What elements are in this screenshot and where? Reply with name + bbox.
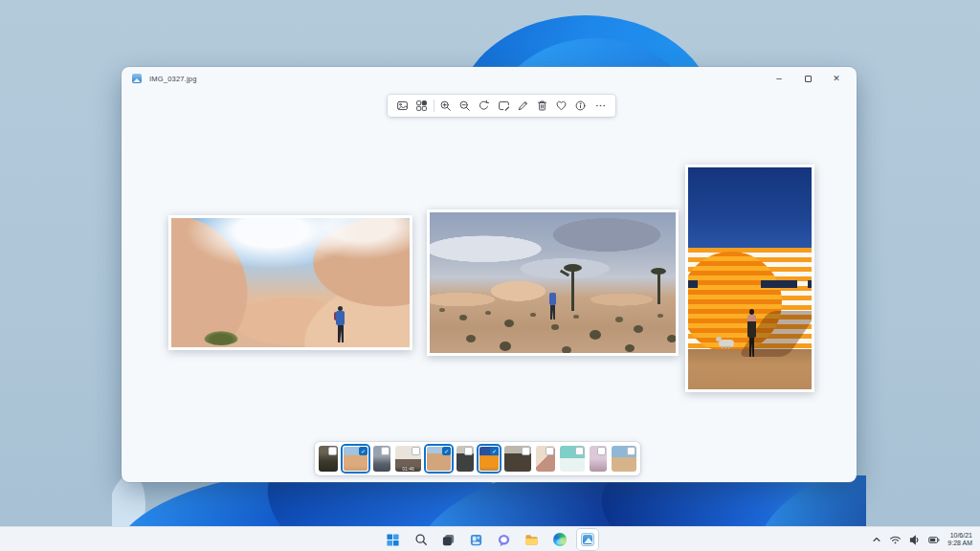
- search-icon: [414, 533, 428, 546]
- edit-image-button[interactable]: [496, 97, 512, 115]
- draw-button[interactable]: [515, 97, 531, 115]
- thumbnail-checkbox[interactable]: [464, 447, 473, 455]
- filmstrip-thumbnail[interactable]: ✓: [343, 446, 368, 472]
- filmstrip-thumbnail[interactable]: [457, 446, 474, 472]
- photos-app-taskbar-button[interactable]: [577, 529, 598, 550]
- desktop: IMG_0327.jpg – ✕: [0, 0, 980, 551]
- tray-date: 10/6/21: [947, 532, 972, 540]
- volume-button[interactable]: [908, 534, 921, 546]
- filmstrip-thumbnail[interactable]: [319, 446, 338, 472]
- filmstrip-thumbnail[interactable]: ✓: [479, 446, 500, 472]
- thumbnail-checkbox[interactable]: [597, 447, 606, 455]
- filmstrip-thumbnail[interactable]: ✓: [426, 446, 452, 472]
- collection-button[interactable]: [413, 97, 430, 115]
- filmstrip-thumbnail[interactable]: [560, 446, 585, 472]
- battery-button[interactable]: [927, 534, 941, 546]
- thumbnail-checkbox[interactable]: ✓: [359, 447, 368, 455]
- start-button[interactable]: [383, 529, 404, 550]
- thumbnail-checkbox[interactable]: [522, 447, 530, 455]
- person-figure: [746, 309, 758, 357]
- filmstrip: ✓ 01:46 ✓ ✓: [315, 442, 640, 475]
- zoom-in-button[interactable]: [437, 97, 454, 115]
- chevron-up-icon: [871, 534, 882, 545]
- thumbnail-checkbox[interactable]: [546, 447, 554, 455]
- photo-desert-rocks-image: [171, 218, 410, 347]
- photo-toolbar: [388, 95, 615, 117]
- chat-icon: [497, 533, 511, 547]
- desert-scrub: [439, 308, 445, 312]
- edge-icon: [553, 533, 567, 546]
- zoom-out-button[interactable]: [457, 97, 473, 115]
- info-icon: [574, 99, 587, 112]
- taskbar-clock[interactable]: 10/6/21 9:28 AM: [947, 532, 972, 548]
- photos-app-window: IMG_0327.jpg – ✕: [122, 67, 857, 482]
- info-button[interactable]: [572, 97, 589, 115]
- photo-orange-wall-image: [688, 167, 812, 389]
- thumbnail-checkbox[interactable]: ✓: [490, 447, 499, 455]
- maximize-button[interactable]: [793, 67, 822, 90]
- shrub: [204, 331, 238, 345]
- photo-desert-rocks[interactable]: [168, 215, 412, 350]
- minimize-button[interactable]: –: [765, 67, 793, 90]
- joshua-tree: [657, 272, 660, 304]
- filmstrip-thumbnail[interactable]: [590, 446, 607, 472]
- taskbar: 10/6/21 9:28 AM: [0, 526, 980, 551]
- wallpaper-bloom-bottom: [112, 475, 866, 526]
- edit-image-icon: [498, 99, 510, 112]
- filmstrip-thumbnail-video[interactable]: 01:46: [395, 446, 421, 472]
- filmstrip-thumbnail[interactable]: [373, 446, 390, 472]
- see-all-photos-icon: [396, 99, 409, 112]
- more-button[interactable]: [592, 97, 609, 115]
- rotate-button[interactable]: [476, 97, 492, 115]
- wall-window: [808, 280, 812, 288]
- edge-button[interactable]: [549, 529, 570, 550]
- see-all-photos-button[interactable]: [394, 97, 411, 115]
- delete-button[interactable]: [534, 97, 550, 115]
- caption-buttons: – ✕: [765, 67, 851, 90]
- tray-chevron-button[interactable]: [871, 534, 882, 545]
- system-tray: 10/6/21 9:28 AM: [871, 527, 972, 551]
- hiker-figure: [333, 306, 347, 344]
- zoom-in-icon: [439, 99, 452, 112]
- window-title: IMG_0327.jpg: [149, 75, 197, 83]
- search-button[interactable]: [411, 529, 432, 550]
- wall-window: [761, 280, 797, 288]
- photo-orange-wall[interactable]: [685, 165, 814, 392]
- widgets-button[interactable]: [466, 529, 487, 550]
- filmstrip-thumbnail[interactable]: [612, 446, 636, 472]
- dog-figure: [719, 340, 734, 347]
- photos-app-icon: [132, 74, 142, 83]
- photos-taskbar-icon: [581, 533, 594, 546]
- wifi-icon: [889, 534, 902, 546]
- thumbnail-checkbox[interactable]: [575, 447, 584, 455]
- filmstrip-thumbnail[interactable]: [536, 446, 555, 472]
- delete-icon: [536, 99, 548, 112]
- thumbnail-checkbox[interactable]: [627, 447, 635, 455]
- titlebar[interactable]: IMG_0327.jpg – ✕: [122, 67, 857, 90]
- file-explorer-icon: [524, 533, 539, 547]
- video-duration-badge: 01:46: [395, 466, 421, 472]
- thumbnail-checkbox[interactable]: ✓: [442, 447, 451, 455]
- filmstrip-thumbnail[interactable]: [504, 446, 531, 472]
- wall-window: [688, 280, 698, 288]
- widgets-icon: [469, 533, 483, 547]
- favorite-heart-icon: [555, 99, 568, 112]
- favorite-button[interactable]: [553, 97, 569, 115]
- start-icon: [386, 533, 400, 547]
- rotate-icon: [478, 99, 490, 112]
- task-view-button[interactable]: [438, 529, 459, 550]
- file-explorer-button[interactable]: [522, 529, 543, 550]
- chat-button[interactable]: [494, 529, 515, 550]
- photo-joshua-tree-desert[interactable]: [427, 209, 679, 356]
- maximize-icon: [805, 76, 812, 82]
- close-button[interactable]: ✕: [822, 67, 851, 90]
- thumbnail-checkbox[interactable]: [328, 447, 337, 455]
- thumbnail-checkbox[interactable]: [412, 447, 420, 455]
- taskbar-center-icons: [0, 527, 980, 551]
- toolbar-divider: [434, 99, 434, 112]
- standing-figure: [548, 293, 557, 320]
- network-button[interactable]: [889, 534, 902, 546]
- task-view-icon: [441, 533, 456, 547]
- thumbnail-checkbox[interactable]: [381, 447, 390, 455]
- battery-icon: [927, 534, 941, 546]
